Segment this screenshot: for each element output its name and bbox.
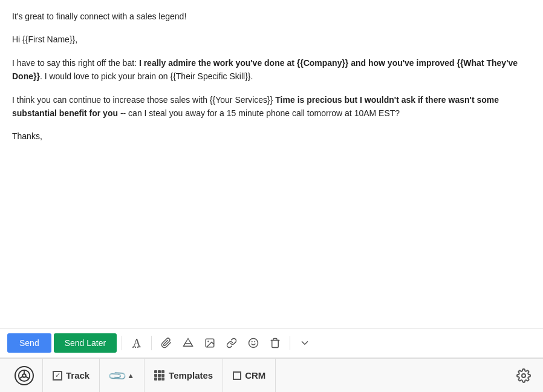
attach-file-button[interactable] <box>157 333 176 353</box>
drive-icon <box>183 338 193 348</box>
format-text-button[interactable]: A <box>127 333 146 353</box>
chevron-down-icon <box>299 338 310 348</box>
attach-button[interactable]: 📎 ▲ <box>100 359 145 392</box>
crm-button[interactable]: CRM <box>223 359 276 392</box>
insert-link-button[interactable] <box>222 333 241 353</box>
gear-icon <box>516 368 531 383</box>
crm-label: CRM <box>245 370 265 381</box>
email-body: It's great to finally connect with a sal… <box>0 0 543 328</box>
format-a-icon: A <box>133 337 141 350</box>
paragraph2-pre: I think you can continue to increase tho… <box>12 95 275 105</box>
track-button[interactable]: ✓ Track <box>43 359 100 392</box>
insert-image-button[interactable] <box>200 333 219 353</box>
link-icon <box>226 338 237 348</box>
emoji-icon <box>248 338 259 348</box>
toolbar-divider-3 <box>290 336 290 350</box>
svg-line-8 <box>20 376 23 378</box>
toolbar-divider-1 <box>122 336 122 350</box>
delete-button[interactable] <box>265 333 285 353</box>
crm-checkbox-icon <box>233 371 241 380</box>
paperclip-icon <box>161 338 172 348</box>
send-button[interactable]: Send <box>7 333 51 353</box>
svg-point-2 <box>249 339 258 348</box>
svg-line-9 <box>25 376 28 378</box>
more-options-button[interactable] <box>295 333 314 353</box>
paragraph1-post: . I would love to pick your brain on {{T… <box>40 71 253 81</box>
settings-button[interactable] <box>510 368 537 383</box>
emoji-button[interactable] <box>244 333 263 353</box>
paperclip-icon: 📎 <box>106 365 128 386</box>
track-checkbox-icon: ✓ <box>53 371 62 381</box>
templates-button[interactable]: Templates <box>145 359 223 392</box>
compose-toolbar: Send Send Later A <box>0 328 543 358</box>
send-later-button[interactable]: Send Later <box>54 333 117 353</box>
image-icon <box>204 338 215 348</box>
paragraph1-pre: I have to say this right off the bat: <box>12 58 139 68</box>
upload-arrow-icon: ▲ <box>127 371 134 380</box>
paragraph2-post: -- can I steal you away for a 15 minute … <box>118 108 400 118</box>
svg-point-6 <box>22 374 26 377</box>
trash-icon <box>270 338 281 348</box>
email-opening-line: It's great to finally connect with a sal… <box>12 10 531 23</box>
toolbar-divider-2 <box>151 336 152 350</box>
templates-label: Templates <box>169 370 213 381</box>
email-paragraph-2: I think you can continue to increase tho… <box>12 93 531 120</box>
bottom-toolbar: ✓ Track 📎 ▲ Templates CRM <box>0 358 543 392</box>
email-greeting: Hi {{First Name}}, <box>12 33 531 46</box>
email-sign-off: Thanks, <box>12 129 531 143</box>
google-drive-button[interactable] <box>178 333 198 353</box>
templates-grid-icon <box>154 370 165 381</box>
yesware-logo-button[interactable] <box>6 359 43 392</box>
track-label: Track <box>66 370 89 381</box>
svg-point-1 <box>207 341 209 342</box>
email-paragraph-1: I have to say this right off the bat: I … <box>12 56 531 83</box>
svg-point-10 <box>522 374 525 377</box>
steering-wheel-icon <box>15 366 34 385</box>
